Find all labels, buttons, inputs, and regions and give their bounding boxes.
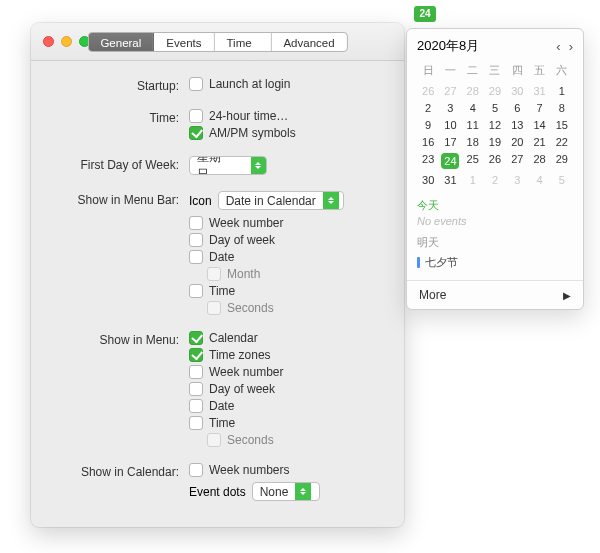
minimize-button[interactable] <box>61 36 72 47</box>
check-week-numbers[interactable]: Week numbers <box>189 463 384 477</box>
check-menubar-3[interactable]: Month <box>207 267 384 281</box>
chevron-updown-icon <box>295 483 311 500</box>
calendar-day[interactable]: 29 <box>484 82 506 99</box>
check-menu-1[interactable]: Time zones <box>189 348 384 362</box>
calendar-day[interactable]: 27 <box>506 150 528 171</box>
check-menubar-5[interactable]: Seconds <box>207 301 384 315</box>
select-menubar-icon[interactable]: Date in Calendar <box>218 191 344 210</box>
calendar-day[interactable]: 22 <box>551 133 573 150</box>
tab-time-zones[interactable]: Time Zones <box>214 33 271 51</box>
preferences-window: General Events Time Zones Advanced Start… <box>31 23 404 527</box>
label-menu: Show in Menu: <box>41 331 189 347</box>
calendar-day[interactable]: 6 <box>506 99 528 116</box>
calendar-day[interactable]: 26 <box>417 82 439 99</box>
check-24-hour[interactable]: 24-hour time… <box>189 109 384 123</box>
calendar-day[interactable]: 21 <box>528 133 550 150</box>
calendar-day[interactable]: 3 <box>439 99 461 116</box>
check-launch-at-login[interactable]: Launch at login <box>189 77 384 91</box>
check-ampm[interactable]: AM/PM symbols <box>189 126 384 140</box>
calendar-day[interactable]: 27 <box>439 82 461 99</box>
check-menubar-2[interactable]: Date <box>189 250 384 264</box>
select-first-day[interactable]: 星期日… <box>189 156 267 175</box>
calendar-day[interactable]: 2 <box>484 171 506 188</box>
event-color-bar <box>417 257 420 268</box>
check-menu-3[interactable]: Day of week <box>189 382 384 396</box>
event-title: 七夕节 <box>425 255 458 270</box>
calendar-day[interactable]: 31 <box>528 82 550 99</box>
weekday-header: 六 <box>551 61 573 82</box>
calendar-day[interactable]: 3 <box>506 171 528 188</box>
calendar-day[interactable]: 9 <box>417 116 439 133</box>
menubar-calendar-icon[interactable]: 24 <box>414 6 436 22</box>
prev-month-button[interactable]: ‹ <box>556 39 560 54</box>
today-header: 今天 <box>417 194 573 215</box>
calendar-day[interactable]: 25 <box>462 150 484 171</box>
weekday-header: 三 <box>484 61 506 82</box>
chevron-updown-icon <box>323 192 339 209</box>
calendar-day[interactable]: 26 <box>484 150 506 171</box>
label-event-dots: Event dots <box>189 485 246 499</box>
calendar-day[interactable]: 16 <box>417 133 439 150</box>
calendar-day[interactable]: 8 <box>551 99 573 116</box>
tomorrow-header: 明天 <box>417 231 573 252</box>
calendar-day[interactable]: 4 <box>462 99 484 116</box>
calendar-day[interactable]: 19 <box>484 133 506 150</box>
event-row[interactable]: 七夕节 <box>417 252 573 276</box>
more-button[interactable]: More ▶ <box>407 280 583 309</box>
calendar-day[interactable]: 23 <box>417 150 439 171</box>
check-menu-5[interactable]: Time <box>189 416 384 430</box>
popover-month-title: 2020年8月 <box>417 37 479 55</box>
label-calendar: Show in Calendar: <box>41 463 189 479</box>
next-month-button[interactable]: › <box>569 39 573 54</box>
calendar-day[interactable]: 17 <box>439 133 461 150</box>
weekday-header: 一 <box>439 61 461 82</box>
calendar-day[interactable]: 1 <box>551 82 573 99</box>
close-button[interactable] <box>43 36 54 47</box>
calendar-day[interactable]: 10 <box>439 116 461 133</box>
calendar-day[interactable]: 29 <box>551 150 573 171</box>
no-events-text: No events <box>417 215 573 231</box>
calendar-day[interactable]: 12 <box>484 116 506 133</box>
calendar-day[interactable]: 18 <box>462 133 484 150</box>
weekday-header: 四 <box>506 61 528 82</box>
calendar-day[interactable]: 28 <box>528 150 550 171</box>
label-startup: Startup: <box>41 77 189 93</box>
label-icon: Icon <box>189 194 212 208</box>
label-time: Time: <box>41 109 189 125</box>
calendar-day[interactable]: 1 <box>462 171 484 188</box>
calendar-day[interactable]: 15 <box>551 116 573 133</box>
calendar-day[interactable]: 13 <box>506 116 528 133</box>
titlebar: General Events Time Zones Advanced <box>31 23 404 61</box>
calendar-popover: 2020年8月 ‹ › 日一二三四五六262728293031123456789… <box>406 28 584 310</box>
calendar-day[interactable]: 2 <box>417 99 439 116</box>
calendar-day[interactable]: 11 <box>462 116 484 133</box>
select-event-dots[interactable]: None <box>252 482 320 501</box>
form-general: Startup: Launch at login Time: 24-hour t… <box>31 61 404 515</box>
check-menubar-0[interactable]: Week number <box>189 216 384 230</box>
check-menu-4[interactable]: Date <box>189 399 384 413</box>
tab-events[interactable]: Events <box>154 33 214 51</box>
chevron-right-icon: ▶ <box>563 290 571 301</box>
tab-general[interactable]: General <box>88 33 154 51</box>
calendar-day[interactable]: 20 <box>506 133 528 150</box>
check-menu-0[interactable]: Calendar <box>189 331 384 345</box>
window-controls <box>43 36 90 47</box>
calendar-day[interactable]: 30 <box>506 82 528 99</box>
check-menu-2[interactable]: Week number <box>189 365 384 379</box>
calendar-day[interactable]: 28 <box>462 82 484 99</box>
label-first-day: First Day of Week: <box>41 156 189 172</box>
check-menubar-4[interactable]: Time <box>189 284 384 298</box>
weekday-header: 五 <box>528 61 550 82</box>
check-menubar-1[interactable]: Day of week <box>189 233 384 247</box>
calendar-day[interactable]: 24 <box>439 150 461 171</box>
tab-advanced[interactable]: Advanced <box>271 33 346 51</box>
check-menu-6[interactable]: Seconds <box>207 433 384 447</box>
calendar-day[interactable]: 4 <box>528 171 550 188</box>
calendar-day[interactable]: 5 <box>551 171 573 188</box>
calendar-day[interactable]: 31 <box>439 171 461 188</box>
chevron-updown-icon <box>251 157 267 174</box>
calendar-day[interactable]: 5 <box>484 99 506 116</box>
calendar-day[interactable]: 14 <box>528 116 550 133</box>
calendar-day[interactable]: 7 <box>528 99 550 116</box>
calendar-day[interactable]: 30 <box>417 171 439 188</box>
